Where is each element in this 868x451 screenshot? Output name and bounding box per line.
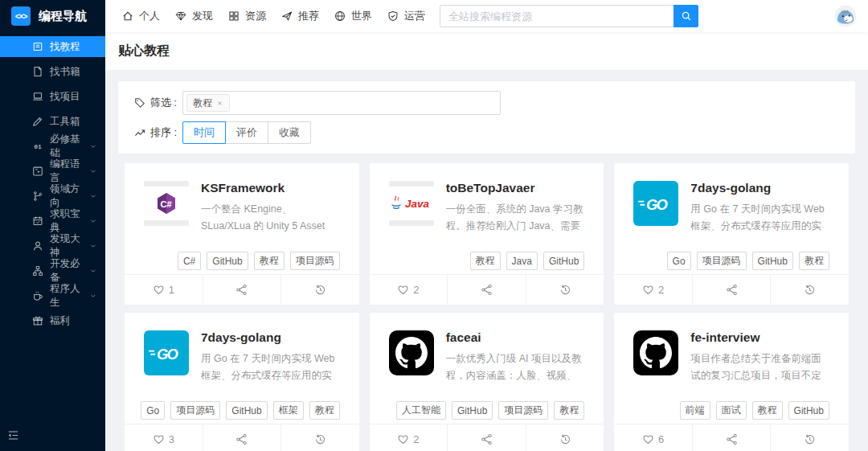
menu-fold-icon[interactable] (7, 429, 19, 441)
topnav-item-5[interactable]: 运营 (387, 9, 425, 23)
topnav-item-label: 资源 (245, 9, 266, 23)
go-logo-icon: GO (633, 181, 678, 226)
tag[interactable]: GitHub (752, 252, 793, 270)
heart-icon (642, 284, 654, 296)
card-title[interactable]: 7days-golang (201, 330, 340, 345)
topnav-item-4[interactable]: 世界 (334, 9, 372, 23)
search-input[interactable] (440, 5, 674, 27)
share-action[interactable] (447, 424, 526, 451)
share-action[interactable] (692, 275, 771, 305)
card-title[interactable]: 7days-golang (690, 181, 829, 195)
sort-option-0[interactable]: 时间 (182, 121, 226, 144)
sort-option-1[interactable]: 评价 (225, 121, 268, 144)
share-action[interactable] (203, 424, 281, 451)
card-title[interactable]: fe-interview (690, 330, 829, 345)
search-button[interactable] (674, 5, 698, 27)
tag[interactable]: 项目源码 (697, 252, 747, 270)
card-description: 项目作者总结关于准备前端面试的复习汇总项目，项目不定时更新。 (690, 351, 829, 386)
sidebar-item-2[interactable]: 找项目 (0, 86, 105, 107)
card-title[interactable]: toBeTopJavaer (446, 181, 585, 195)
sidebar-item-7[interactable]: 求职宝典 (0, 211, 105, 232)
share-action[interactable] (692, 424, 771, 451)
sort-row: 排序 : 时间评价收藏 (134, 121, 839, 144)
sidebar-item-5[interactable]: 编程语言 (0, 161, 105, 182)
tag[interactable]: GitHub (452, 401, 493, 420)
filter-select-input[interactable]: 教程 (182, 91, 501, 115)
app-root: <×> 编程导航 找教程 找书籍 找项目 工具箱 01 必修基础 编程语言 领域… (0, 0, 868, 451)
tag[interactable]: 人工智能 (396, 401, 446, 420)
topnav-item-1[interactable]: 发现 (175, 9, 213, 23)
resource-card-0[interactable]: C# KSFramework 一个整合 KEngine、SLua/XLua 的 … (125, 163, 359, 305)
sidebar-item-label: 求职宝典 (50, 207, 88, 235)
toolbox-icon (32, 116, 43, 127)
tag[interactable]: Go (667, 252, 691, 270)
history-icon (559, 433, 571, 445)
tag[interactable]: 教程 (309, 401, 340, 420)
tag[interactable]: 教程 (470, 252, 501, 270)
csharp-logo-icon: C# (144, 181, 189, 226)
sidebar-item-11[interactable]: 福利 (0, 310, 105, 331)
tag[interactable]: 教程 (254, 252, 285, 270)
tag[interactable]: GitHub (543, 252, 584, 270)
tag[interactable]: 前端 (680, 401, 710, 420)
sort-option-2[interactable]: 收藏 (268, 121, 311, 144)
tag[interactable]: GitHub (226, 401, 267, 420)
resource-card-5[interactable]: fe-interview 项目作者总结关于准备前端面试的复习汇总项目，项目不定时… (614, 313, 849, 451)
like-action[interactable]: 2 (370, 424, 448, 451)
tag-close-icon[interactable] (216, 100, 223, 107)
page-title: 贴心教程 (118, 43, 170, 59)
history-action[interactable] (770, 275, 849, 305)
sidebar-item-1[interactable]: 找书籍 (0, 61, 105, 82)
topnav-item-0[interactable]: 个人 (122, 9, 160, 23)
resource-card-3[interactable]: GO 7days-golang 用 Go 在 7 天时间内实现 Web 框架、分… (125, 313, 359, 451)
tag[interactable]: GitHub (207, 252, 248, 270)
sidebar-item-0[interactable]: 找教程 (0, 36, 105, 57)
like-action[interactable]: 2 (370, 275, 448, 305)
chevron-down-icon (88, 241, 98, 251)
tag[interactable]: 项目源码 (498, 401, 548, 420)
resource-card-2[interactable]: GO 7days-golang 用 Go 在 7 天时间内实现 Web 框架、分… (614, 163, 849, 305)
share-action[interactable] (203, 275, 281, 305)
like-action[interactable]: 2 (614, 275, 692, 305)
svg-text:GO: GO (157, 345, 178, 362)
resource-card-1[interactable]: Java toBeTopJavaer 一份全面、系统的 Java 学习教程。推荐… (370, 163, 604, 305)
topnav-item-3[interactable]: 推荐 (281, 9, 319, 23)
sidebar-item-4[interactable]: 01 必修基础 (0, 136, 105, 157)
history-action[interactable] (770, 424, 849, 451)
tag[interactable]: 教程 (752, 401, 783, 420)
resource-card-4[interactable]: faceai 一款优秀入门级 AI 项目以及教程，内容涵盖：人脸、视频、文字的检… (370, 313, 604, 451)
card-title[interactable]: faceai (446, 330, 585, 345)
tag[interactable]: Java (506, 252, 538, 270)
user-avatar[interactable] (834, 5, 857, 27)
tag[interactable]: 项目源码 (290, 252, 340, 270)
history-icon (804, 433, 816, 445)
devkit-icon (32, 265, 43, 277)
tag[interactable]: 项目源码 (170, 401, 220, 420)
card-title[interactable]: KSFramework (201, 181, 340, 195)
sidebar-item-3[interactable]: 工具箱 (0, 111, 105, 132)
tag[interactable]: 教程 (554, 401, 584, 420)
history-action[interactable] (280, 424, 359, 451)
tag[interactable]: 教程 (799, 252, 829, 270)
sidebar-item-8[interactable]: 发现大神 (0, 236, 105, 256)
sidebar-item-6[interactable]: 领域方向 (0, 186, 105, 207)
sort-radio-group: 时间评价收藏 (182, 121, 311, 144)
history-action[interactable] (526, 275, 604, 305)
history-action[interactable] (280, 275, 359, 305)
tag[interactable]: GitHub (788, 401, 829, 420)
tag[interactable]: 面试 (716, 401, 747, 420)
topnav-item-2[interactable]: 资源 (228, 9, 266, 23)
share-action[interactable] (447, 275, 526, 305)
card-description: 用 Go 在 7 天时间内实现 Web 框架、分布式缓存等应用的实战教程 (690, 201, 829, 236)
like-action[interactable]: 1 (125, 275, 203, 305)
tag[interactable]: Go (141, 401, 165, 420)
sidebar-item-9[interactable]: 开发必备 (0, 260, 105, 281)
like-action[interactable]: 6 (614, 424, 692, 451)
brand-logo[interactable]: <×> 编程导航 (0, 0, 105, 32)
tag[interactable]: C# (178, 252, 201, 270)
tag[interactable]: 框架 (273, 401, 304, 420)
history-action[interactable] (526, 424, 604, 451)
selected-filter-tag: 教程 (186, 94, 230, 112)
sidebar-item-10[interactable]: 程序人生 (0, 285, 105, 306)
like-action[interactable]: 3 (125, 424, 203, 451)
